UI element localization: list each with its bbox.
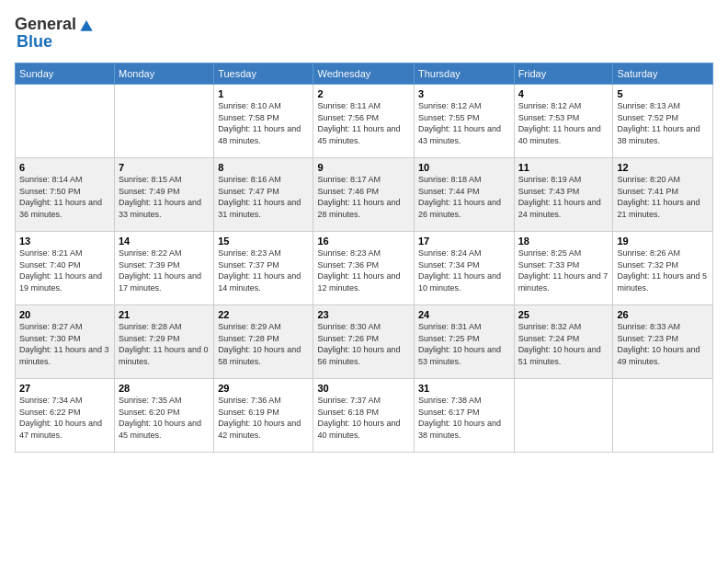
day-number: 15: [218, 236, 309, 247]
day-number: 27: [19, 383, 110, 394]
page: General Blue SundayMondayTuesdayWednesda…: [0, 0, 728, 563]
day-number: 16: [317, 236, 410, 247]
calendar-day-cell: 7Sunrise: 8:15 AM Sunset: 7:49 PM Daylig…: [115, 158, 214, 232]
day-info: Sunrise: 8:10 AM Sunset: 7:58 PM Dayligh…: [218, 100, 309, 146]
calendar-day-cell: 30Sunrise: 7:37 AM Sunset: 6:18 PM Dayli…: [313, 379, 415, 453]
day-number: 9: [317, 162, 410, 173]
day-info: Sunrise: 8:19 AM Sunset: 7:43 PM Dayligh…: [518, 174, 609, 220]
calendar-day-cell: 19Sunrise: 8:26 AM Sunset: 7:32 PM Dayli…: [613, 232, 713, 305]
logo-blue-part: Blue: [15, 32, 52, 52]
day-info: Sunrise: 8:18 AM Sunset: 7:44 PM Dayligh…: [418, 174, 510, 220]
calendar-day-cell: 6Sunrise: 8:14 AM Sunset: 7:50 PM Daylig…: [16, 158, 115, 232]
calendar-day-cell: 16Sunrise: 8:23 AM Sunset: 7:36 PM Dayli…: [313, 232, 415, 305]
day-info: Sunrise: 8:21 AM Sunset: 7:40 PM Dayligh…: [19, 247, 110, 293]
calendar-day-cell: 21Sunrise: 8:28 AM Sunset: 7:29 PM Dayli…: [115, 305, 214, 379]
calendar-week-row: 20Sunrise: 8:27 AM Sunset: 7:30 PM Dayli…: [16, 305, 713, 379]
day-number: 30: [317, 383, 410, 394]
day-number: 5: [617, 88, 709, 99]
day-info: Sunrise: 7:35 AM Sunset: 6:20 PM Dayligh…: [119, 395, 210, 441]
calendar-week-row: 27Sunrise: 7:34 AM Sunset: 6:22 PM Dayli…: [16, 379, 713, 453]
day-info: Sunrise: 8:13 AM Sunset: 7:52 PM Dayligh…: [617, 100, 709, 146]
calendar-day-cell: 13Sunrise: 8:21 AM Sunset: 7:40 PM Dayli…: [16, 232, 115, 305]
calendar-weekday-header: Monday: [115, 63, 214, 85]
day-number: 11: [518, 162, 609, 173]
calendar-weekday-header: Tuesday: [214, 63, 313, 85]
day-number: 3: [418, 88, 510, 99]
day-number: 1: [218, 88, 309, 99]
day-number: 25: [518, 309, 609, 320]
day-number: 31: [418, 383, 510, 394]
calendar-day-cell: [115, 85, 214, 158]
calendar-day-cell: 11Sunrise: 8:19 AM Sunset: 7:43 PM Dayli…: [514, 158, 613, 232]
day-info: Sunrise: 7:36 AM Sunset: 6:19 PM Dayligh…: [218, 395, 309, 441]
day-info: Sunrise: 8:22 AM Sunset: 7:39 PM Dayligh…: [119, 247, 210, 293]
calendar-day-cell: 31Sunrise: 7:38 AM Sunset: 6:17 PM Dayli…: [414, 379, 514, 453]
day-info: Sunrise: 8:14 AM Sunset: 7:50 PM Dayligh…: [19, 174, 110, 220]
day-number: 24: [418, 309, 510, 320]
calendar-week-row: 6Sunrise: 8:14 AM Sunset: 7:50 PM Daylig…: [16, 158, 713, 232]
calendar-day-cell: 23Sunrise: 8:30 AM Sunset: 7:26 PM Dayli…: [313, 305, 415, 379]
calendar-day-cell: 14Sunrise: 8:22 AM Sunset: 7:39 PM Dayli…: [115, 232, 214, 305]
calendar-day-cell: [16, 85, 115, 158]
day-info: Sunrise: 8:12 AM Sunset: 7:53 PM Dayligh…: [518, 100, 609, 146]
day-info: Sunrise: 8:20 AM Sunset: 7:41 PM Dayligh…: [617, 174, 709, 220]
logo: General Blue: [15, 15, 97, 52]
calendar-day-cell: 25Sunrise: 8:32 AM Sunset: 7:24 PM Dayli…: [514, 305, 613, 379]
calendar-day-cell: 28Sunrise: 7:35 AM Sunset: 6:20 PM Dayli…: [115, 379, 214, 453]
day-number: 13: [19, 236, 110, 247]
day-info: Sunrise: 8:16 AM Sunset: 7:47 PM Dayligh…: [218, 174, 309, 220]
day-info: Sunrise: 8:12 AM Sunset: 7:55 PM Dayligh…: [418, 100, 510, 146]
calendar-weekday-header: Thursday: [414, 63, 514, 85]
calendar-day-cell: 20Sunrise: 8:27 AM Sunset: 7:30 PM Dayli…: [16, 305, 115, 379]
day-number: 19: [617, 236, 709, 247]
day-info: Sunrise: 8:23 AM Sunset: 7:37 PM Dayligh…: [218, 247, 309, 293]
calendar-day-cell: 12Sunrise: 8:20 AM Sunset: 7:41 PM Dayli…: [613, 158, 713, 232]
calendar-day-cell: [613, 379, 713, 453]
day-info: Sunrise: 8:25 AM Sunset: 7:33 PM Dayligh…: [518, 247, 609, 293]
day-number: 8: [218, 162, 309, 173]
day-number: 23: [317, 309, 410, 320]
day-info: Sunrise: 7:34 AM Sunset: 6:22 PM Dayligh…: [19, 395, 110, 441]
day-info: Sunrise: 8:23 AM Sunset: 7:36 PM Dayligh…: [317, 247, 410, 293]
calendar-day-cell: 4Sunrise: 8:12 AM Sunset: 7:53 PM Daylig…: [514, 85, 613, 158]
calendar-day-cell: 24Sunrise: 8:31 AM Sunset: 7:25 PM Dayli…: [414, 305, 514, 379]
day-number: 18: [518, 236, 609, 247]
day-info: Sunrise: 8:29 AM Sunset: 7:28 PM Dayligh…: [218, 321, 309, 367]
day-number: 2: [317, 88, 410, 99]
calendar-day-cell: 9Sunrise: 8:17 AM Sunset: 7:46 PM Daylig…: [313, 158, 415, 232]
calendar-day-cell: 3Sunrise: 8:12 AM Sunset: 7:55 PM Daylig…: [414, 85, 514, 158]
calendar-day-cell: 8Sunrise: 8:16 AM Sunset: 7:47 PM Daylig…: [214, 158, 313, 232]
day-number: 29: [218, 383, 309, 394]
calendar-day-cell: 2Sunrise: 8:11 AM Sunset: 7:56 PM Daylig…: [313, 85, 415, 158]
day-number: 22: [218, 309, 309, 320]
logo-triangle-icon: [77, 16, 96, 34]
calendar-header-row: SundayMondayTuesdayWednesdayThursdayFrid…: [16, 63, 713, 85]
calendar-day-cell: 22Sunrise: 8:29 AM Sunset: 7:28 PM Dayli…: [214, 305, 313, 379]
calendar-weekday-header: Sunday: [16, 63, 115, 85]
calendar-table: SundayMondayTuesdayWednesdayThursdayFrid…: [15, 63, 713, 453]
calendar-day-cell: 26Sunrise: 8:33 AM Sunset: 7:23 PM Dayli…: [613, 305, 713, 379]
logo-general-part: General: [15, 15, 76, 34]
day-info: Sunrise: 8:26 AM Sunset: 7:32 PM Dayligh…: [617, 247, 709, 293]
day-info: Sunrise: 8:24 AM Sunset: 7:34 PM Dayligh…: [418, 247, 510, 293]
calendar-day-cell: 18Sunrise: 8:25 AM Sunset: 7:33 PM Dayli…: [514, 232, 613, 305]
day-info: Sunrise: 8:15 AM Sunset: 7:49 PM Dayligh…: [119, 174, 210, 220]
calendar-weekday-header: Wednesday: [313, 63, 415, 85]
day-number: 20: [19, 309, 110, 320]
day-number: 12: [617, 162, 709, 173]
day-number: 7: [119, 162, 210, 173]
day-info: Sunrise: 7:37 AM Sunset: 6:18 PM Dayligh…: [317, 395, 410, 441]
day-number: 14: [119, 236, 210, 247]
calendar-day-cell: 29Sunrise: 7:36 AM Sunset: 6:19 PM Dayli…: [214, 379, 313, 453]
day-info: Sunrise: 8:27 AM Sunset: 7:30 PM Dayligh…: [19, 321, 110, 367]
svg-marker-0: [80, 20, 92, 31]
day-number: 21: [119, 309, 210, 320]
calendar-day-cell: 15Sunrise: 8:23 AM Sunset: 7:37 PM Dayli…: [214, 232, 313, 305]
calendar-day-cell: 27Sunrise: 7:34 AM Sunset: 6:22 PM Dayli…: [16, 379, 115, 453]
day-number: 17: [418, 236, 510, 247]
day-number: 6: [19, 162, 110, 173]
day-number: 4: [518, 88, 609, 99]
day-number: 10: [418, 162, 510, 173]
calendar-day-cell: 17Sunrise: 8:24 AM Sunset: 7:34 PM Dayli…: [414, 232, 514, 305]
day-info: Sunrise: 8:17 AM Sunset: 7:46 PM Dayligh…: [317, 174, 410, 220]
